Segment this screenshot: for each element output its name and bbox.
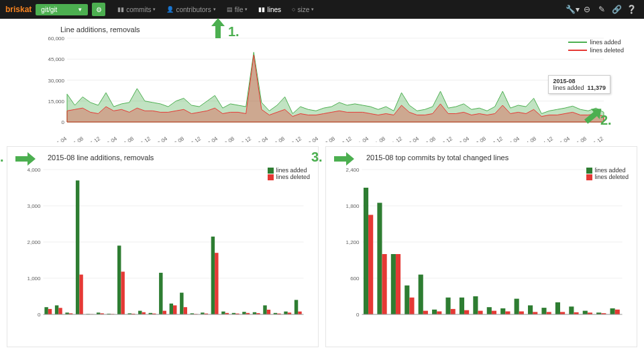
svg-text:2005-04: 2005-04 xyxy=(48,135,68,142)
svg-text:3,000: 3,000 xyxy=(27,203,41,209)
svg-rect-125 xyxy=(409,298,414,314)
nav-contributors[interactable]: 👤 contributors ▾ xyxy=(161,0,221,19)
svg-rect-150 xyxy=(583,311,588,314)
nav-label: contributors xyxy=(176,6,211,13)
svg-rect-123 xyxy=(396,254,400,314)
repo-dropdown[interactable]: git/git ▼ xyxy=(36,4,88,15)
svg-rect-79 xyxy=(163,311,166,314)
help-icon[interactable]: ❔ xyxy=(624,5,639,14)
svg-text:2008-12: 2008-12 xyxy=(233,135,253,142)
bar-chart-icon: ▮▮ xyxy=(117,6,124,13)
svg-rect-70 xyxy=(117,245,121,314)
area-chart[interactable]: 015,00030,00045,00060,0002005-042005-082… xyxy=(40,35,610,142)
svg-text:1,800: 1,800 xyxy=(345,203,360,209)
svg-text:30,000: 30,000 xyxy=(48,78,65,84)
legend-swatch-deleted xyxy=(586,174,592,180)
chart-tooltip: 2015-08 lines added 11,379 xyxy=(548,75,610,94)
svg-text:2,000: 2,000 xyxy=(27,239,41,245)
svg-text:2,400: 2,400 xyxy=(345,167,360,173)
svg-rect-94 xyxy=(242,312,246,314)
svg-text:2008-08: 2008-08 xyxy=(216,135,236,142)
minus-circle-icon[interactable]: ⊖ xyxy=(580,5,594,14)
svg-rect-136 xyxy=(487,307,492,314)
edit-icon[interactable]: ✎ xyxy=(594,5,609,14)
svg-text:2015-08: 2015-08 xyxy=(568,135,588,142)
svg-text:0: 0 xyxy=(38,312,41,318)
caret-down-icon: ▾ xyxy=(153,7,156,12)
legend-label-deleted: lines deleted xyxy=(276,174,310,180)
legend-swatch-added xyxy=(568,42,587,43)
svg-text:2010-12: 2010-12 xyxy=(333,135,354,142)
svg-rect-145 xyxy=(547,312,551,314)
svg-text:4,000: 4,000 xyxy=(27,167,41,173)
svg-rect-155 xyxy=(615,310,620,314)
svg-text:2006-04: 2006-04 xyxy=(99,135,119,142)
svg-text:2015-12: 2015-12 xyxy=(585,135,605,142)
svg-rect-132 xyxy=(460,298,464,314)
nav-commits[interactable]: ▮▮ commits ▾ xyxy=(112,0,161,19)
link-icon[interactable]: 🔗 xyxy=(609,5,624,14)
svg-text:1,000: 1,000 xyxy=(27,276,41,282)
svg-rect-128 xyxy=(432,310,437,314)
svg-text:2013-08: 2013-08 xyxy=(468,135,488,142)
legend-label-added: lines added xyxy=(276,167,307,174)
settings-button[interactable]: ⚙ xyxy=(92,3,105,16)
svg-rect-99 xyxy=(267,310,270,314)
svg-text:2007-08: 2007-08 xyxy=(166,135,186,142)
svg-marker-107 xyxy=(334,152,354,166)
svg-rect-154 xyxy=(610,308,615,314)
svg-marker-43 xyxy=(211,18,225,38)
svg-rect-80 xyxy=(170,304,173,314)
nav-size[interactable]: ○ size ▾ xyxy=(286,0,319,19)
svg-text:2013-04: 2013-04 xyxy=(451,135,471,142)
svg-text:2015-04: 2015-04 xyxy=(551,135,572,142)
nav-lines[interactable]: ▮▮ lines xyxy=(253,0,286,19)
brand-logo[interactable]: briskat xyxy=(5,5,32,14)
svg-rect-90 xyxy=(221,312,225,314)
svg-rect-148 xyxy=(569,306,574,314)
caret-down-icon: ▾ xyxy=(311,7,314,12)
callout-arrow-icon xyxy=(210,18,226,38)
wrench-icon[interactable]: 🔧▾ xyxy=(565,5,580,14)
svg-rect-141 xyxy=(519,312,524,315)
svg-rect-140 xyxy=(515,299,519,314)
svg-text:2006-12: 2006-12 xyxy=(132,135,152,142)
person-icon: 👤 xyxy=(166,6,174,13)
svg-rect-62 xyxy=(76,180,79,314)
legend-label-added: lines added xyxy=(594,167,625,174)
svg-text:2007-04: 2007-04 xyxy=(149,135,169,142)
main-chart-container: Line additions, removals 015,00030,00045… xyxy=(0,19,644,139)
callout-arrow-icon xyxy=(334,151,354,167)
svg-rect-142 xyxy=(528,306,533,315)
svg-rect-144 xyxy=(541,308,546,314)
bar-chart-top-commits[interactable]: 06001,2001,8002,400 xyxy=(333,164,630,325)
svg-rect-105 xyxy=(298,312,301,314)
legend: lines added lines deleted xyxy=(568,39,624,55)
svg-text:45,000: 45,000 xyxy=(48,56,65,62)
bar-chart-daily[interactable]: 01,0002,0003,0004,000 xyxy=(14,164,311,325)
panel-title: 2015-08 top commits by total changed lin… xyxy=(366,154,630,162)
svg-text:2014-12: 2014-12 xyxy=(535,135,555,142)
circle-icon: ○ xyxy=(292,6,295,13)
nav-label: size xyxy=(297,6,309,13)
svg-rect-133 xyxy=(464,310,469,314)
svg-text:600: 600 xyxy=(350,276,360,282)
file-icon: ▤ xyxy=(227,6,233,13)
svg-text:2011-12: 2011-12 xyxy=(384,135,404,142)
svg-text:0: 0 xyxy=(62,119,65,125)
gear-icon: ⚙ xyxy=(96,6,102,13)
svg-rect-81 xyxy=(173,306,176,315)
svg-rect-119 xyxy=(368,215,373,315)
repo-name: git/git xyxy=(41,6,57,13)
svg-text:2009-12: 2009-12 xyxy=(283,135,303,142)
svg-rect-120 xyxy=(377,203,382,315)
svg-text:0: 0 xyxy=(356,312,360,318)
callout-label-1: 1. xyxy=(228,24,239,40)
nav-label: file xyxy=(235,6,244,13)
svg-text:2012-12: 2012-12 xyxy=(434,135,454,142)
svg-text:2014-04: 2014-04 xyxy=(501,135,521,142)
svg-rect-63 xyxy=(79,275,83,314)
panel-top-commits: 3. 2015-08 top commits by total changed … xyxy=(325,146,637,347)
nav-file[interactable]: ▤ file ▾ xyxy=(221,0,254,19)
legend-label-added: lines added xyxy=(590,39,621,46)
